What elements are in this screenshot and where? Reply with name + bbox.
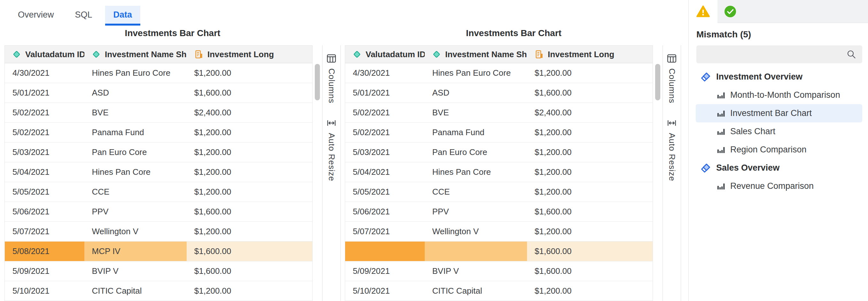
table-row[interactable]: 5/01/2021ASD$1,600.00 bbox=[5, 83, 312, 103]
table-row[interactable]: 5/05/2021CCE$1,200.00 bbox=[345, 182, 653, 202]
table-row[interactable]: 5/02/2021Panama Fund$1,200.00 bbox=[345, 123, 653, 143]
table-row[interactable]: 5/01/2021ASD$1,600.00 bbox=[345, 83, 653, 103]
column-header-investment-name-sh[interactable]: Investment Name Sh... bbox=[84, 46, 187, 63]
tree-item-month-to-month-comparison[interactable]: Month-to-Month Comparison bbox=[696, 86, 862, 104]
table-cell[interactable]: 5/02/2021 bbox=[345, 123, 425, 142]
side-panel-columns-button[interactable]: Columns bbox=[326, 53, 337, 103]
table-row[interactable]: 5/03/2021Pan Euro Core$1,200.00 bbox=[5, 143, 312, 162]
table-cell[interactable]: BVE bbox=[425, 103, 527, 122]
table-cell[interactable] bbox=[425, 242, 527, 261]
table-cell[interactable]: $1,600.00 bbox=[187, 261, 312, 281]
table-cell[interactable]: BVIP V bbox=[425, 261, 527, 281]
table-cell[interactable]: $1,200.00 bbox=[527, 162, 653, 182]
tree-item-revenue-comparison[interactable]: Revenue Comparison bbox=[696, 177, 862, 195]
column-header-investment-long[interactable]: Investment Long bbox=[527, 46, 653, 63]
table-row[interactable]: 5/07/2021Wellington V$1,200.00 bbox=[345, 222, 653, 242]
table-cell[interactable]: $1,600.00 bbox=[187, 242, 312, 261]
table-row[interactable]: $1,600.00 bbox=[345, 242, 653, 261]
table-cell[interactable]: 5/04/2021 bbox=[345, 162, 425, 182]
table-cell[interactable]: 5/02/2021 bbox=[5, 103, 84, 122]
table-row[interactable]: 5/03/2021Pan Euro Core$1,200.00 bbox=[345, 143, 653, 162]
mismatch-tab[interactable] bbox=[689, 0, 717, 23]
column-header-valutadatum-id[interactable]: Valutadatum ID bbox=[345, 46, 425, 63]
table-cell[interactable]: $2,400.00 bbox=[527, 103, 653, 122]
table-row[interactable]: 5/02/2021BVE$2,400.00 bbox=[345, 103, 653, 123]
table-cell[interactable]: Wellington V bbox=[425, 222, 527, 241]
table-cell[interactable]: $1,200.00 bbox=[187, 281, 312, 301]
search-input[interactable] bbox=[702, 49, 846, 60]
table-cell[interactable]: $1,200.00 bbox=[187, 182, 312, 202]
table-cell[interactable]: $2,400.00 bbox=[187, 103, 312, 122]
vertical-scrollbar[interactable] bbox=[653, 46, 662, 301]
table-cell[interactable]: Pan Euro Core bbox=[425, 143, 527, 162]
table-row[interactable]: 5/06/2021PPV$1,600.00 bbox=[345, 202, 653, 222]
table-row[interactable]: 5/09/2021BVIP V$1,600.00 bbox=[5, 261, 312, 281]
table-cell[interactable]: BVE bbox=[84, 103, 187, 122]
table-cell[interactable]: Pan Euro Core bbox=[84, 143, 187, 162]
table-cell[interactable]: 5/05/2021 bbox=[5, 182, 84, 202]
table-cell[interactable]: 4/30/2021 bbox=[5, 63, 84, 83]
table-cell[interactable]: 5/08/2021 bbox=[5, 242, 84, 261]
table-cell[interactable]: 5/09/2021 bbox=[345, 261, 425, 281]
table-cell[interactable]: CCE bbox=[425, 182, 527, 202]
tree-group-sales-overview[interactable]: Sales Overview bbox=[696, 159, 862, 177]
table-cell[interactable]: Panama Fund bbox=[425, 123, 527, 142]
table-cell[interactable]: Panama Fund bbox=[84, 123, 187, 142]
tab-sql[interactable]: SQL bbox=[67, 6, 101, 26]
table-cell[interactable]: $1,200.00 bbox=[527, 281, 653, 301]
table-cell[interactable]: $1,600.00 bbox=[527, 83, 653, 102]
table-cell[interactable]: $1,600.00 bbox=[527, 242, 653, 261]
table-cell[interactable]: 5/07/2021 bbox=[345, 222, 425, 241]
tree-item-sales-chart[interactable]: Sales Chart bbox=[696, 122, 862, 141]
table-cell[interactable]: $1,600.00 bbox=[187, 83, 312, 102]
vertical-scrollbar-thumb[interactable] bbox=[315, 64, 320, 100]
table-cell[interactable]: $1,600.00 bbox=[527, 202, 653, 221]
table-row[interactable]: 5/10/2021CITIC Capital$1,200.00 bbox=[5, 281, 312, 301]
tab-overview[interactable]: Overview bbox=[9, 6, 62, 26]
table-cell[interactable]: Hines Pan Euro Core bbox=[425, 63, 527, 83]
table-cell[interactable]: ASD bbox=[84, 83, 187, 102]
table-cell[interactable]: PPV bbox=[84, 202, 187, 221]
table-cell[interactable]: 5/09/2021 bbox=[5, 261, 84, 281]
table-cell[interactable]: 5/02/2021 bbox=[5, 123, 84, 142]
search-box[interactable] bbox=[696, 46, 862, 63]
table-cell[interactable]: $1,200.00 bbox=[527, 63, 653, 83]
table-row[interactable]: 5/05/2021CCE$1,200.00 bbox=[5, 182, 312, 202]
table-cell[interactable]: $1,200.00 bbox=[187, 123, 312, 142]
table-cell[interactable]: $1,200.00 bbox=[187, 162, 312, 182]
table-row[interactable]: 5/08/2021MCP IV$1,600.00 bbox=[5, 242, 312, 261]
tree-item-investment-bar-chart[interactable]: Investment Bar Chart bbox=[696, 104, 862, 122]
table-row[interactable]: 4/30/2021Hines Pan Euro Core$1,200.00 bbox=[5, 63, 312, 83]
table-cell[interactable]: $1,600.00 bbox=[187, 202, 312, 221]
table-row[interactable]: 5/02/2021BVE$2,400.00 bbox=[5, 103, 312, 123]
table-cell[interactable]: $1,200.00 bbox=[187, 63, 312, 83]
table-row[interactable]: 5/04/2021Hines Pan Core$1,200.00 bbox=[5, 162, 312, 182]
table-cell[interactable]: $1,200.00 bbox=[527, 123, 653, 142]
table-cell[interactable]: CITIC Capital bbox=[84, 281, 187, 301]
tree-group-investment-overview[interactable]: Investment Overview bbox=[696, 68, 862, 86]
table-row[interactable]: 5/09/2021BVIP V$1,600.00 bbox=[345, 261, 653, 281]
table-cell[interactable]: $1,600.00 bbox=[527, 261, 653, 281]
side-panel-auto-resize-button[interactable]: Auto Resize bbox=[326, 118, 337, 181]
table-cell[interactable]: 5/02/2021 bbox=[345, 103, 425, 122]
table-cell[interactable]: PPV bbox=[425, 202, 527, 221]
table-cell[interactable]: 5/05/2021 bbox=[345, 182, 425, 202]
table-cell[interactable]: 5/07/2021 bbox=[5, 222, 84, 241]
table-row[interactable]: 4/30/2021Hines Pan Euro Core$1,200.00 bbox=[345, 63, 653, 83]
table-cell[interactable]: BVIP V bbox=[84, 261, 187, 281]
table-cell[interactable]: 5/06/2021 bbox=[345, 202, 425, 221]
side-panel-auto-resize-button[interactable]: Auto Resize bbox=[666, 118, 677, 181]
table-cell[interactable]: $1,200.00 bbox=[527, 222, 653, 241]
table-cell[interactable]: 5/04/2021 bbox=[5, 162, 84, 182]
table-cell[interactable]: $1,200.00 bbox=[187, 222, 312, 241]
table-row[interactable]: 5/02/2021Panama Fund$1,200.00 bbox=[5, 123, 312, 143]
side-panel-columns-button[interactable]: Columns bbox=[666, 53, 677, 103]
table-cell[interactable]: 5/10/2021 bbox=[5, 281, 84, 301]
table-cell[interactable]: $1,200.00 bbox=[527, 143, 653, 162]
match-tab[interactable] bbox=[724, 5, 737, 18]
table-cell[interactable]: CITIC Capital bbox=[425, 281, 527, 301]
table-row[interactable]: 5/06/2021PPV$1,600.00 bbox=[5, 202, 312, 222]
table-row[interactable]: 5/04/2021Hines Pan Core$1,200.00 bbox=[345, 162, 653, 182]
tab-data[interactable]: Data bbox=[105, 6, 141, 26]
table-cell[interactable]: Hines Pan Core bbox=[84, 162, 187, 182]
